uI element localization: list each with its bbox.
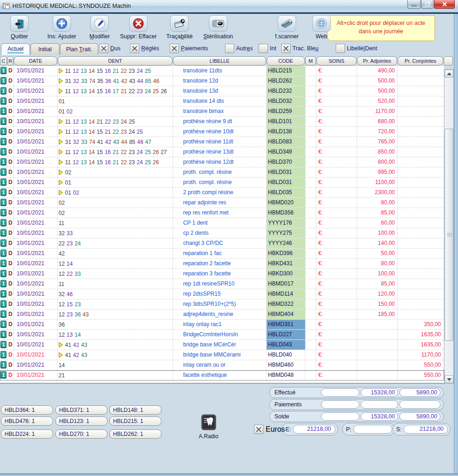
column-header-soins[interactable]: SOINS <box>316 56 357 65</box>
checkbox-unchecked-icon[interactable] <box>259 44 268 53</box>
table-row[interactable]: 1D10/01/202102rep res renfort metHBMD356… <box>0 208 444 218</box>
column-header-date[interactable]: DATE <box>14 56 57 65</box>
minimize-button[interactable] <box>407 0 421 9</box>
restore-button[interactable] <box>421 0 434 9</box>
table-row[interactable]: 1D10/01/202111121314151617212223242526tr… <box>0 86 444 96</box>
summary-field[interactable] <box>321 412 360 421</box>
table-row[interactable]: 1D10/01/202101transitoire 14 dtsHBLD032€… <box>0 96 444 107</box>
scroll-track[interactable] <box>445 77 453 375</box>
euros-field-p[interactable] <box>353 425 392 434</box>
table-row[interactable]: 1D10/01/202136inlay onlay rac1HBMD351€:3… <box>0 320 444 330</box>
table-row[interactable]: 1D10/01/20213246rep 2dtsSPR15HBMD114€:12… <box>0 289 444 299</box>
cell-date: 10/01/2021 <box>14 127 58 137</box>
euros-checkbox[interactable]: Euros <box>254 425 285 434</box>
tab-plan-trait[interactable]: Plan T̲rait. <box>60 43 98 55</box>
table-row[interactable]: 1D10/01/20213233cp 2 dentsYYYY275€:100,0… <box>0 228 444 238</box>
tooth-number: 35 <box>97 77 103 86</box>
filter-paiements[interactable]: P̲aiements <box>170 44 208 53</box>
summary-field[interactable]: 5890,00 <box>399 388 440 397</box>
summary-field[interactable] <box>321 388 360 397</box>
column-header-c[interactable]: C <box>0 56 7 65</box>
filter-regles[interactable]: R̲églés <box>130 44 159 53</box>
table-row[interactable]: 1D10/01/20213132337441424344854647prothè… <box>0 137 444 147</box>
cell-type: D <box>7 228 14 238</box>
summary-field[interactable] <box>321 400 360 409</box>
cell-count: 1 <box>0 289 7 299</box>
act-marker-icon <box>59 159 63 165</box>
euros-checkbox-box[interactable] <box>254 425 263 434</box>
table-row[interactable]: 1D10/01/20211214reparation 2 facetteHBKD… <box>0 259 444 269</box>
toolbar-button-quitter[interactable]: Q̲uitter <box>0 15 41 40</box>
column-header-libelle[interactable]: LIBELLE <box>173 56 266 65</box>
column-header-dent[interactable]: DENT <box>58 56 172 65</box>
euros-prefix-e: E: <box>286 426 291 433</box>
checkbox-checked-icon[interactable] <box>130 44 139 53</box>
table-row[interactable]: 1D10/01/202111rep 1dt resineSPR10HBMD017… <box>0 279 444 289</box>
column-header-code[interactable]: CODE <box>267 56 305 65</box>
summary-field[interactable]: 15328,00 <box>361 412 398 421</box>
table-row[interactable]: 1D10/01/2021111213142122232425prothèse r… <box>0 117 444 127</box>
tab-initial[interactable]: Initial <box>30 43 59 55</box>
tooth-number: 13 <box>81 117 87 126</box>
checkbox-checked-icon[interactable] <box>170 44 179 53</box>
scroll-thumb[interactable] <box>445 129 453 341</box>
table-row[interactable]: 1D10/01/202114inlay ceram ou orHBMD460€:… <box>0 360 444 370</box>
table-row[interactable]: 1D10/01/2021111213141516212223242526prot… <box>0 157 444 167</box>
summary-field[interactable]: 5890,00 <box>399 412 440 421</box>
table-row[interactable]: 1D10/01/202121facette esthetiqueHBMD048€… <box>0 370 444 381</box>
checkbox-unchecked-icon[interactable] <box>336 44 345 53</box>
table-row[interactable]: 1D10/01/20211112131415162122232425transi… <box>0 66 444 76</box>
tab-actuel[interactable]: Actuel <box>1 43 30 55</box>
table-row[interactable]: 1D10/01/2021414243bridge base MMCéramiHB… <box>0 350 444 360</box>
toolbar-button-sterilisation[interactable]: S̲térilisation <box>197 15 239 40</box>
toolbar-button-modifier[interactable]: M̲odifier <box>78 15 121 40</box>
filter-trac-bleu[interactable]: Trac. Bleu̲ <box>281 44 319 53</box>
table-row[interactable]: 1D10/01/202111121314151621222324252627pr… <box>0 147 444 157</box>
column-header-pr-conjointes[interactable]: Pr. Conjointes <box>398 56 443 65</box>
filter-int[interactable]: Int <box>259 44 276 53</box>
table-row[interactable]: 1D10/01/20210102transitoire bimaxHBLD259… <box>0 107 444 117</box>
toolbar-button-suppr-effacer[interactable]: Suppr: Effacer <box>117 15 160 40</box>
table-row[interactable]: 1D10/01/2021414243bridge base MCérCérHBL… <box>0 340 444 350</box>
summary-field[interactable] <box>399 400 440 409</box>
euros-field-e[interactable]: 21218,00 <box>293 425 335 434</box>
table-row[interactable]: 1D10/01/202111121314152122232425prothèse… <box>0 127 444 137</box>
column-header-m[interactable]: M <box>305 56 316 65</box>
checkbox-unchecked-icon[interactable] <box>225 44 234 53</box>
column-header-r[interactable]: R <box>7 56 13 65</box>
euros-field-s[interactable]: 21218,00 <box>404 425 448 434</box>
cell-pr-adjointes: 185,00 <box>357 309 398 319</box>
toolbar-button-tracabilite[interactable]: Traçab̲ilité <box>158 15 201 40</box>
cell-soins: €: <box>316 218 357 228</box>
filter-autres[interactable]: Autre̲s <box>225 44 253 53</box>
toolbar-button-ins-ajouter[interactable]: Ins: Ajouter <box>41 15 83 40</box>
table-row[interactable]: 1D10/01/202102proth. compl. résineHBLD03… <box>0 167 444 178</box>
checkbox-checked-icon[interactable] <box>281 44 291 53</box>
summary-field[interactable] <box>361 400 398 409</box>
table-row[interactable]: 1D10/01/2021222324changt 3 CP/DCYYYY246€… <box>0 238 444 249</box>
filter-label: Trac. Bleu̲ <box>292 45 319 52</box>
table-row[interactable]: 1D10/01/2021122233reparation 3 facetteHB… <box>0 269 444 279</box>
table-row[interactable]: 1D10/01/202111CP 1 dentYYYY176€:60,00 <box>0 218 444 228</box>
close-button[interactable] <box>434 0 455 9</box>
scroll-up-button[interactable] <box>445 70 453 77</box>
table-row[interactable]: 1D10/01/202101proth. compl. résineHBLD03… <box>0 178 444 188</box>
filter-dus[interactable]: D̲us <box>99 44 120 53</box>
table-row[interactable]: 1D10/01/202142reparation 1 facHBKD396€:5… <box>0 249 444 259</box>
table-row[interactable]: 1D10/01/2021121523rep 3dtsSPR10+(2*5)HBM… <box>0 299 444 309</box>
summary-field[interactable]: 15328,00 <box>361 388 398 397</box>
table-row[interactable]: 1D10/01/202101022 proth compl résineHBLD… <box>0 188 444 198</box>
vertical-scrollbar[interactable] <box>444 69 454 384</box>
tooth-number: 46 <box>66 290 72 299</box>
a-radio-button[interactable]: A.Radio <box>195 414 222 440</box>
table-row[interactable]: 1D10/01/2021121314BridgeCcmInterHorsInHB… <box>0 330 444 340</box>
table-row[interactable]: 1D10/01/2021313233743536414243448546tran… <box>0 76 444 86</box>
scroll-down-button[interactable] <box>445 375 453 383</box>
tooth-number: 22 <box>121 158 127 167</box>
table-row[interactable]: 1D10/01/202112233643adjrep4dents_resineH… <box>0 309 444 320</box>
toolbar-button-web[interactable]: Web <box>300 15 343 40</box>
filter-libelle-dent[interactable]: Libellé|Dent <box>336 44 377 53</box>
column-header-pr-adjointes[interactable]: Pr. Adjointes <box>357 56 397 65</box>
checkbox-checked-icon[interactable] <box>99 44 108 53</box>
table-row[interactable]: 1D10/01/202102repar adjointe resHBMD020€… <box>0 198 444 208</box>
